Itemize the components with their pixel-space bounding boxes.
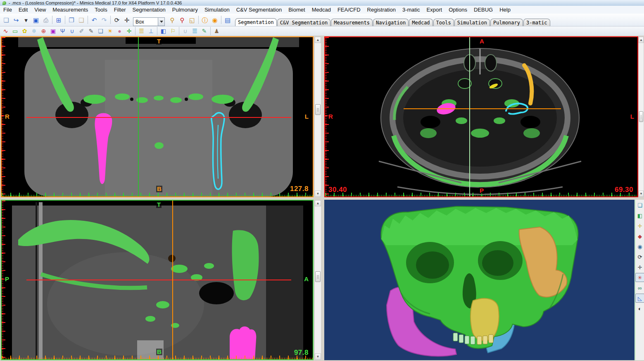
- ribbon-tab[interactable]: Pulmonary: [490, 19, 523, 26]
- calculate-part-icon[interactable]: ◧: [159, 26, 168, 36]
- menu-item[interactable]: Medcad: [309, 6, 334, 13]
- region-fill-icon[interactable]: ∪: [67, 26, 77, 36]
- thresholding-icon[interactable]: ∿: [1, 26, 10, 36]
- dynamic-region-growing-icon[interactable]: ❄: [29, 26, 39, 36]
- ribbon-tab[interactable]: Medcad: [409, 19, 433, 26]
- menu-item[interactable]: Tools: [91, 6, 110, 13]
- zoom-mode-dropdown[interactable]: Box: [133, 17, 165, 26]
- axial-view-pane[interactable]: A P R L 30.40 69.30: [324, 36, 638, 197]
- menu-item[interactable]: Options: [445, 6, 471, 13]
- copy-icon[interactable]: ❐: [67, 15, 76, 25]
- cube-view-icon[interactable]: ◧: [635, 211, 644, 220]
- undo-icon[interactable]: ↶: [89, 15, 99, 25]
- contrast-icon[interactable]: ◐: [635, 304, 644, 313]
- open-dropdown-arrow-icon[interactable]: ▾: [21, 15, 31, 25]
- axes-icon[interactable]: ✳: [635, 273, 644, 282]
- menu-item[interactable]: C&V Segmentation: [233, 6, 285, 13]
- region-growing-icon[interactable]: ✿: [20, 26, 29, 36]
- clipping-icon[interactable]: ◆: [635, 232, 644, 241]
- label-icon[interactable]: ⚐: [168, 26, 178, 36]
- anatomical-reference-icon[interactable]: ♟: [212, 26, 221, 36]
- paste-icon[interactable]: ❑: [76, 15, 86, 25]
- visibility-icon[interactable]: ◉: [635, 242, 644, 251]
- boolean-operations-icon[interactable]: ●: [115, 26, 124, 36]
- coronal-vertical-crosshair[interactable]: [138, 37, 139, 196]
- 3d-view-pane[interactable]: [324, 200, 634, 360]
- scroll-up-arrow-icon[interactable]: ▲: [315, 200, 321, 206]
- menu-item[interactable]: FEA/CFD: [334, 6, 364, 13]
- edit-masks-icon[interactable]: ▣: [48, 26, 58, 36]
- calculate-3d-icon[interactable]: ⊕: [39, 26, 48, 36]
- new-project-icon[interactable]: ❏: [1, 15, 11, 25]
- menu-item[interactable]: View: [31, 6, 49, 13]
- coronal-view-pane[interactable]: T B R L 127.8: [1, 36, 314, 197]
- reslice-icon[interactable]: ✛: [635, 221, 644, 230]
- menu-item[interactable]: Edit: [15, 6, 31, 13]
- zoom-in-icon[interactable]: ⚲: [167, 15, 177, 25]
- morphology-operations-icon[interactable]: ☀: [105, 26, 115, 36]
- menu-item[interactable]: Export: [423, 6, 446, 13]
- menu-item[interactable]: Pulmonary: [169, 6, 201, 13]
- erase-icon[interactable]: ✎: [86, 26, 96, 36]
- scroll-down-arrow-icon[interactable]: ▼: [315, 354, 321, 360]
- edit-3d-icon[interactable]: ✎: [200, 26, 209, 36]
- context-help-icon[interactable]: ◉: [210, 15, 220, 25]
- panel-toggle-icon[interactable]: ▤: [223, 15, 233, 25]
- calculate-polylines-icon[interactable]: ☰: [137, 26, 146, 36]
- ribbon-tab[interactable]: Navigation: [373, 19, 409, 26]
- update-polylines-icon[interactable]: ⊥: [146, 26, 156, 36]
- menu-item[interactable]: Segmentation: [129, 6, 169, 13]
- scroll-thumb[interactable]: [315, 104, 321, 115]
- axial-scrollbar[interactable]: ▲ ▼: [638, 36, 644, 197]
- draw-profile-line-icon[interactable]: ✐: [77, 26, 86, 36]
- menu-item[interactable]: Filter: [111, 6, 129, 13]
- coronal-horizontal-crosshair[interactable]: [26, 117, 291, 118]
- save-project-icon[interactable]: ▣: [31, 15, 41, 25]
- open-project-icon[interactable]: ↪: [11, 15, 21, 25]
- scroll-up-arrow-icon[interactable]: ▲: [315, 37, 321, 43]
- menu-item[interactable]: Simulation: [201, 6, 233, 13]
- unzoom-icon[interactable]: ⚲: [177, 15, 187, 25]
- ribbon-tab[interactable]: Measurements: [331, 19, 373, 26]
- menu-item[interactable]: Biomet: [285, 6, 308, 13]
- print-icon[interactable]: ⎙: [41, 15, 51, 25]
- sagittal-horizontal-crosshair[interactable]: [26, 280, 291, 280]
- fill-holes-icon[interactable]: ∪: [181, 26, 190, 36]
- menu-item[interactable]: Measurements: [49, 6, 91, 13]
- crop-mask-icon[interactable]: ▭: [10, 26, 20, 36]
- coronal-scrollbar[interactable]: ▲ ▼: [314, 36, 321, 197]
- redo-icon[interactable]: ↷: [99, 15, 109, 25]
- pan-icon[interactable]: ✛: [122, 15, 132, 25]
- ribbon-tab[interactable]: Segmentation: [235, 18, 277, 26]
- scroll-thumb[interactable]: [315, 271, 321, 282]
- dropdown-button[interactable]: [158, 18, 164, 26]
- zoom-selection-icon[interactable]: ◱: [187, 15, 197, 25]
- scroll-thumb[interactable]: [639, 111, 643, 122]
- menu-item[interactable]: DEBUG: [471, 6, 496, 13]
- ribbon-tab[interactable]: C&V Segmentation: [277, 19, 331, 26]
- crop-project-icon[interactable]: ✛: [124, 26, 134, 36]
- project-management-icon[interactable]: ⊞: [54, 15, 64, 25]
- pan-3d-icon[interactable]: ✛: [635, 263, 644, 272]
- sagittal-view-pane[interactable]: T B P A 97.8: [1, 200, 314, 360]
- rotate-3d-icon[interactable]: ⟳: [635, 252, 644, 261]
- axial-vertical-crosshair[interactable]: [469, 37, 470, 196]
- rotate-icon[interactable]: ⟳: [112, 15, 122, 25]
- scroll-down-arrow-icon[interactable]: ▼: [315, 191, 321, 197]
- scroll-up-arrow-icon[interactable]: ▲: [639, 37, 644, 43]
- scroll-down-arrow-icon[interactable]: ▼: [639, 191, 644, 197]
- ribbon-tab[interactable]: 3-matic: [523, 19, 550, 26]
- multiple-slice-edit-icon[interactable]: ❏: [96, 26, 105, 36]
- ribbon-tab[interactable]: Simulation: [454, 19, 490, 26]
- sagittal-vertical-crosshair[interactable]: [172, 201, 173, 359]
- sagittal-scrollbar[interactable]: ▲ ▼: [314, 200, 321, 360]
- smooth-3d-icon[interactable]: ☰: [190, 26, 200, 36]
- layers-icon[interactable]: ❏: [635, 201, 644, 210]
- menu-item[interactable]: File: [0, 6, 15, 13]
- stereo-glasses-icon[interactable]: ∞: [635, 283, 644, 292]
- measure-chart-icon[interactable]: ◺: [635, 294, 644, 303]
- axial-horizontal-crosshair[interactable]: [404, 108, 561, 109]
- ribbon-tab[interactable]: Tools: [433, 19, 454, 26]
- info-icon[interactable]: ⓘ: [200, 15, 210, 25]
- split-mask-icon[interactable]: Ψ: [58, 26, 67, 36]
